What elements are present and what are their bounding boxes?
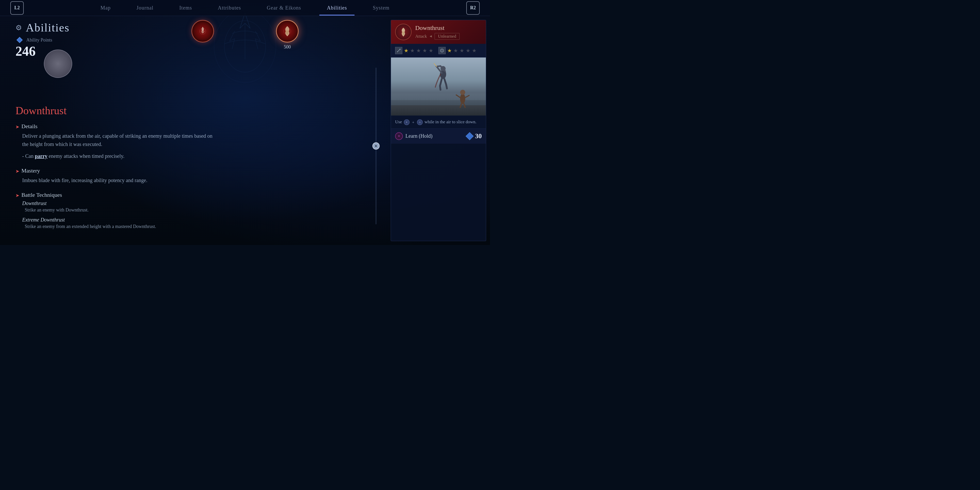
card-title: Downthrust xyxy=(415,24,482,32)
tab-system[interactable]: System xyxy=(360,0,402,16)
star-5: ★ xyxy=(429,48,433,54)
card-subtitle: Attack xyxy=(415,34,427,39)
card-info: Downthrust Attack ◄ Unlearned xyxy=(415,24,482,40)
card-ability-icon xyxy=(395,24,412,40)
status-arrow: ◄ xyxy=(429,34,433,38)
page-title: Abilities xyxy=(26,21,70,34)
diamond-icon xyxy=(16,37,23,44)
scroll-thumb[interactable]: R xyxy=(372,142,380,150)
parry-highlight: parry xyxy=(35,153,48,159)
stars-section: ★ ★ ★ ★ ★ ★ ★ ★ ★ ★ xyxy=(391,44,486,57)
battle-header-row: ➤ Battle Techniques xyxy=(16,192,375,198)
hint-plus: + xyxy=(412,120,414,124)
star-1: ★ xyxy=(404,48,409,54)
x-button-icon: × xyxy=(395,132,403,140)
cost-diamond-icon xyxy=(466,132,474,140)
details-label: Details xyxy=(21,123,37,130)
battle-label: Battle Techniques xyxy=(21,192,62,198)
mastery-section: ➤ Mastery Imbues blade with fire, increa… xyxy=(16,167,375,185)
battle-move-1-desc: Strike an enemy with Downthrust. xyxy=(25,207,375,213)
navigation-bar: L2 Map Journal Items Attributes Gear & E… xyxy=(0,0,490,16)
l2-trigger[interactable]: L2 xyxy=(10,1,24,15)
mastery-text: Imbues blade with fire, increasing abili… xyxy=(22,176,213,185)
ability-name: Downthrust xyxy=(16,105,375,117)
details-header-row: ➤ Details xyxy=(16,123,375,130)
stars-group-right: ★ ★ ★ ★ ★ xyxy=(438,47,477,54)
star-r2: ★ xyxy=(453,48,458,54)
tab-items[interactable]: Items xyxy=(166,0,205,16)
r2-trigger[interactable]: R2 xyxy=(466,1,480,15)
battle-move-1-name: Downthrust xyxy=(22,200,375,206)
hint-use-label: Use xyxy=(395,119,402,124)
mastery-label: Mastery xyxy=(21,167,40,174)
parry-text: - Can parry enemy attacks when timed pre… xyxy=(22,152,213,160)
learn-cost: 30 xyxy=(475,132,482,140)
usage-hint: Use × + ○ while in the air to slice down… xyxy=(391,116,486,129)
tab-attributes[interactable]: Attributes xyxy=(205,0,254,16)
sword-icon xyxy=(395,47,402,54)
hint-button-circle: ○ xyxy=(417,119,423,125)
battle-move-2-desc: Strike an enemy from an extended height … xyxy=(25,224,375,229)
svg-point-10 xyxy=(460,90,465,95)
tab-gear[interactable]: Gear & Eikons xyxy=(254,0,314,16)
ability-points-section: Ability Points xyxy=(16,37,375,44)
abilities-header: ⚙ Abilities xyxy=(16,21,375,34)
tab-journal[interactable]: Journal xyxy=(124,0,166,16)
mastery-header-row: ➤ Mastery xyxy=(16,167,375,174)
star-r4: ★ xyxy=(466,48,470,54)
mastery-arrow: ➤ xyxy=(16,169,19,174)
hint-button-x: × xyxy=(404,119,409,125)
stars-group-left: ★ ★ ★ ★ ★ xyxy=(395,47,433,54)
ability-card: Downthrust Attack ◄ Unlearned ★ ★ xyxy=(391,20,486,241)
mastery-icon xyxy=(438,47,445,54)
page-content: ⚙ Abilities Ability Points 246 Downthrus… xyxy=(0,16,490,245)
card-status-row: Attack ◄ Unlearned xyxy=(415,33,482,40)
hint-suffix: while in the air to slice down. xyxy=(425,119,477,124)
abilities-header-icon: ⚙ xyxy=(16,24,22,32)
tab-abilities[interactable]: Abilities xyxy=(314,0,360,16)
learn-label: Learn (Hold) xyxy=(406,133,464,139)
star-r5: ★ xyxy=(472,48,477,54)
star-4: ★ xyxy=(422,48,427,54)
status-badge: Unlearned xyxy=(434,33,460,40)
tab-map[interactable]: Map xyxy=(88,0,124,16)
scroll-track: R xyxy=(375,68,377,224)
star-r1: ★ xyxy=(447,48,452,54)
star-r3: ★ xyxy=(460,48,464,54)
battle-section: ➤ Battle Techniques Downthrust Strike an… xyxy=(16,192,375,229)
star-2: ★ xyxy=(410,48,415,54)
learn-button[interactable]: × Learn (Hold) 30 xyxy=(391,129,486,144)
battle-move-2-name: Extreme Downthrust xyxy=(22,217,375,223)
svg-point-9 xyxy=(460,94,465,104)
nav-tabs: Map Journal Items Attributes Gear & Eiko… xyxy=(24,0,466,16)
details-text: Deliver a plunging attack from the air, … xyxy=(22,132,213,148)
details-arrow: ➤ xyxy=(16,124,19,130)
card-header: Downthrust Attack ◄ Unlearned xyxy=(391,20,486,44)
enemy-figure xyxy=(453,84,472,108)
details-section: ➤ Details Deliver a plunging attack from… xyxy=(16,123,375,160)
ability-points-label: Ability Points xyxy=(26,37,52,43)
preview-scene xyxy=(391,57,486,116)
star-3: ★ xyxy=(416,48,421,54)
portrait-circle xyxy=(44,49,72,78)
ability-preview xyxy=(391,57,486,116)
left-panel: ⚙ Abilities Ability Points 246 Downthrus… xyxy=(0,16,391,245)
ability-detail: Downthrust ➤ Details Deliver a plunging … xyxy=(16,105,375,229)
battle-arrow: ➤ xyxy=(16,192,19,198)
